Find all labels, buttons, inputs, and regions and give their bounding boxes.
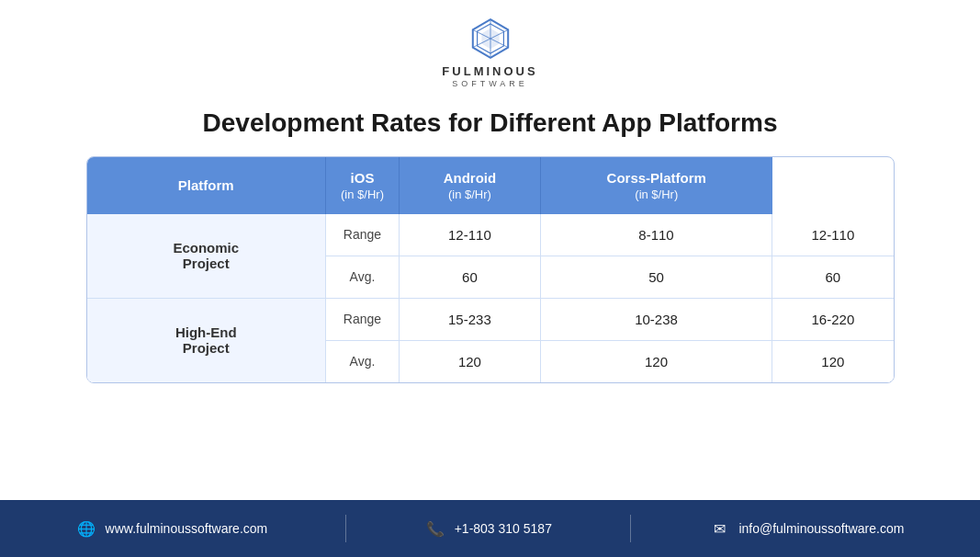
high-range-ios: 15-233	[400, 298, 541, 340]
email-text: info@fulminoussoftware.com	[738, 521, 904, 536]
footer-email: ✉ info@fulminoussoftware.com	[709, 518, 904, 539]
phone-text: +1-803 310 5187	[455, 521, 552, 536]
col-header-ios: iOS(in $/Hr)	[326, 157, 400, 214]
footer-divider-2	[630, 515, 631, 542]
rates-table: Platform iOS(in $/Hr) Android(in $/Hr) C…	[87, 157, 894, 382]
high-avg-ios: 120	[400, 340, 541, 382]
sub-label-eco-avg: Avg.	[326, 256, 400, 298]
rates-table-wrapper: Platform iOS(in $/Hr) Android(in $/Hr) C…	[86, 156, 895, 383]
email-icon: ✉	[709, 518, 729, 539]
eco-range-ios: 12-110	[400, 214, 541, 256]
footer-phone: 📞 +1-803 310 5187	[425, 518, 552, 539]
globe-icon: 🌐	[76, 518, 96, 539]
phone-icon: 📞	[425, 518, 445, 539]
brand-name: FULMINOUS	[442, 64, 537, 79]
fulminous-logo-icon	[468, 17, 513, 61]
footer-website: 🌐 www.fulminoussoftware.com	[76, 518, 268, 539]
high-avg-android: 120	[540, 340, 772, 382]
website-text: www.fulminoussoftware.com	[106, 521, 268, 536]
eco-avg-android: 50	[540, 256, 772, 298]
brand-sub: SOFTWARE	[452, 79, 528, 88]
logo-area: FULMINOUS SOFTWARE	[442, 17, 537, 88]
high-avg-cross: 120	[772, 340, 894, 382]
sub-label-high-range: Range	[326, 298, 400, 340]
table-row: EconomicProject Range 12-110 8-110 12-11…	[87, 214, 894, 256]
footer: 🌐 www.fulminoussoftware.com 📞 +1-803 310…	[0, 500, 980, 557]
eco-avg-cross: 60	[772, 256, 894, 298]
col-header-android: Android(in $/Hr)	[400, 157, 541, 214]
category-highend: High-EndProject	[87, 298, 326, 382]
page-title: Development Rates for Different App Plat…	[203, 108, 778, 138]
sub-label-high-avg: Avg.	[326, 340, 400, 382]
main-content: FULMINOUS SOFTWARE Development Rates for…	[0, 0, 980, 500]
eco-range-cross: 12-110	[772, 214, 894, 256]
eco-range-android: 8-110	[540, 214, 772, 256]
col-header-platform: Platform	[87, 157, 326, 214]
footer-divider-1	[345, 515, 346, 542]
col-header-cross: Corss-Platform(in $/Hr)	[540, 157, 772, 214]
sub-label-eco-range: Range	[326, 214, 400, 256]
high-range-android: 10-238	[540, 298, 772, 340]
high-range-cross: 16-220	[772, 298, 894, 340]
category-economic: EconomicProject	[87, 214, 326, 299]
table-row: High-EndProject Range 15-233 10-238 16-2…	[87, 298, 894, 340]
eco-avg-ios: 60	[400, 256, 541, 298]
